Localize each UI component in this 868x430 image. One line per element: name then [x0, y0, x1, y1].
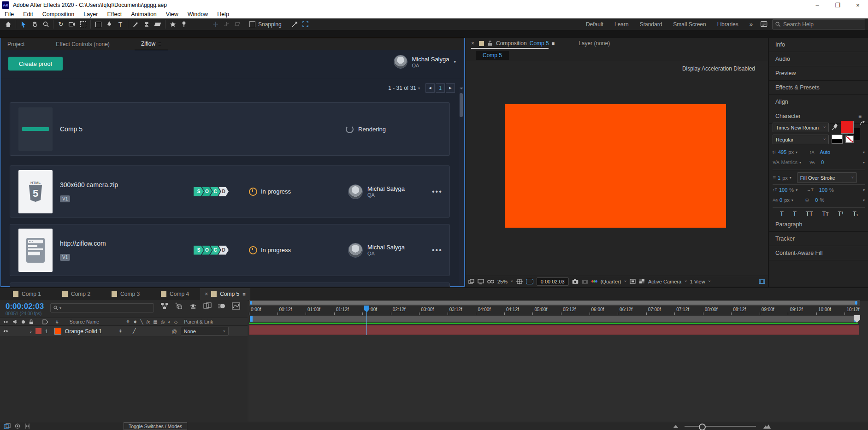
workspace-tab[interactable]: Libraries	[712, 21, 744, 28]
collapsed-panel[interactable]: Audio	[769, 52, 868, 66]
roi-icon[interactable]	[630, 279, 636, 284]
panel-menu-icon[interactable]: ≡	[858, 113, 862, 119]
rectangle-tool[interactable]	[93, 19, 104, 29]
panel-divider[interactable]	[768, 38, 769, 287]
parent-dropdown[interactable]: None˅	[181, 327, 229, 336]
panel-divider[interactable]	[0, 287, 868, 288]
collapse-icon[interactable]: ✸	[133, 319, 137, 324]
minimize-button[interactable]: –	[807, 0, 827, 10]
eraser-tool[interactable]	[152, 19, 163, 29]
composition-flowchart-icon[interactable]	[160, 302, 169, 310]
faux-style-button[interactable]: TT	[806, 210, 813, 217]
menu-item[interactable]: Composition	[38, 11, 79, 18]
timeline-zoom-slider-track[interactable]	[685, 426, 756, 427]
tab-effect-controls[interactable]: Effect Controls (none)	[49, 38, 116, 50]
snapping-checkbox[interactable]	[249, 21, 255, 27]
proof-card[interactable]: HTML5 300x600 camera.zip V1 SOCD In prog…	[10, 165, 450, 218]
shy-layers-icon[interactable]	[189, 302, 197, 310]
monitor-icon[interactable]	[478, 279, 484, 284]
menu-item[interactable]: Layer	[79, 11, 102, 18]
layer-shy-icon[interactable]: ⚘	[118, 329, 123, 334]
no-fill-swatch[interactable]	[845, 135, 854, 143]
pick-whip-icon[interactable]: @	[171, 329, 177, 334]
tracking-value[interactable]: 0	[821, 159, 824, 165]
quality-icon[interactable]: ╲	[140, 319, 143, 324]
menu-item[interactable]: View	[161, 11, 183, 18]
show-snapshot-icon[interactable]	[582, 279, 588, 284]
frame-blend-icon[interactable]: ▦	[153, 319, 157, 324]
font-style-dropdown[interactable]: Regular˅	[773, 135, 829, 144]
tab-close-icon[interactable]: ×	[205, 291, 208, 297]
panel-menu-icon[interactable]: ≡	[158, 41, 161, 47]
zoom-out-mountain-icon[interactable]	[673, 424, 679, 428]
zoom-tool[interactable]	[40, 19, 51, 29]
brush-tool[interactable]	[130, 19, 141, 29]
draft-3d-icon[interactable]	[175, 302, 183, 310]
pen-tool[interactable]	[104, 19, 115, 29]
column-source-name[interactable]: Source Name	[70, 319, 99, 324]
expand-layer-switches-icon[interactable]	[4, 423, 11, 429]
column-number[interactable]: #	[56, 319, 59, 324]
transfer-controls-icon[interactable]	[14, 423, 21, 429]
timeline-tab[interactable]: Comp 2	[58, 291, 95, 297]
version-badge[interactable]: V1	[60, 254, 70, 261]
tab-composition[interactable]: Composition Comp 5 ≡	[492, 38, 561, 49]
layer-duration-bar[interactable]	[249, 325, 859, 335]
baseline-caret-icon[interactable]: ▾	[791, 198, 793, 202]
comp-viewer[interactable]: Display Acceleration Disabled	[466, 61, 768, 276]
panel-divider[interactable]	[465, 38, 466, 287]
resolution-dropdown[interactable]: (Quarter)	[601, 279, 621, 284]
proof-card[interactable]: Comp 5 Rendering	[10, 102, 450, 156]
card-menu-button[interactable]: •••	[432, 246, 443, 254]
hand-tool[interactable]	[29, 19, 40, 29]
tab-ziflow[interactable]: Ziflow≡	[135, 38, 168, 51]
world-axis-mode-icon[interactable]	[221, 19, 232, 29]
timeline-tab[interactable]: Comp 3	[107, 291, 144, 297]
pagination-next-button[interactable]: ▶	[446, 83, 455, 93]
layer-label-chip[interactable]	[35, 328, 41, 334]
menu-item[interactable]: Animation	[126, 11, 161, 18]
column-parent-link[interactable]: Parent & Link	[184, 319, 213, 324]
ziflow-scrollbar[interactable]	[459, 88, 463, 285]
solo-icon[interactable]	[22, 320, 25, 324]
rotate-tool[interactable]: ↻	[55, 19, 66, 29]
graph-editor-icon[interactable]	[232, 302, 240, 310]
tsume-value[interactable]: 0	[815, 197, 818, 203]
cube-3d-icon[interactable]: ◇	[174, 319, 177, 324]
motion-blur-icon[interactable]	[218, 302, 226, 310]
layer-twirl-icon[interactable]: ›	[30, 329, 32, 334]
pagination-range[interactable]: 1 - 31 of 31	[388, 85, 416, 91]
scrollbar-thumb[interactable]	[460, 93, 463, 117]
selection-tool[interactable]	[18, 19, 29, 29]
card-menu-button[interactable]: •••	[432, 188, 443, 196]
collapsed-panel[interactable]: Effects & Presets	[769, 81, 868, 95]
grid-guides-icon[interactable]	[516, 279, 523, 284]
faux-style-button[interactable]: T¹	[838, 210, 843, 217]
pagination-page-button[interactable]: 1	[436, 83, 445, 93]
horizontal-scale-caret-icon[interactable]: ▾	[863, 188, 865, 192]
view-axis-mode-icon[interactable]	[232, 19, 243, 29]
horizontal-scale-value[interactable]: 100	[819, 187, 827, 193]
audio-icon[interactable]	[12, 319, 18, 324]
clone-stamp-tool[interactable]	[141, 19, 152, 29]
menu-item[interactable]: Edit	[18, 11, 38, 18]
stroke-caret-icon[interactable]: ▾	[790, 176, 791, 180]
panel-close-icon[interactable]: ×	[471, 40, 474, 47]
layer-name[interactable]: Orange Solid 1	[65, 328, 102, 335]
workspace-tab[interactable]: Learn	[609, 21, 634, 28]
timeline-zoom-slider-knob[interactable]	[699, 424, 706, 430]
navigator-start-handle[interactable]	[250, 301, 252, 305]
close-button[interactable]: ×	[848, 0, 868, 10]
scroll-up-icon[interactable]	[460, 88, 463, 91]
home-icon[interactable]	[3, 19, 14, 29]
mask-visibility-icon[interactable]	[487, 279, 494, 284]
leading-caret-icon[interactable]: ▾	[863, 150, 865, 154]
faux-style-button[interactable]: T	[780, 210, 784, 217]
collapsed-panel[interactable]: Align	[769, 95, 868, 109]
search-help-field[interactable]: Search Help	[772, 19, 865, 29]
toggle-switches-modes-button[interactable]: Toggle Switches / Modes	[124, 422, 187, 430]
panel-menu-icon[interactable]: ≡	[552, 41, 555, 46]
leading-value[interactable]: Auto	[820, 149, 831, 155]
create-proof-button[interactable]: Create proof	[8, 57, 63, 71]
faux-style-button[interactable]: T₁	[853, 210, 858, 217]
